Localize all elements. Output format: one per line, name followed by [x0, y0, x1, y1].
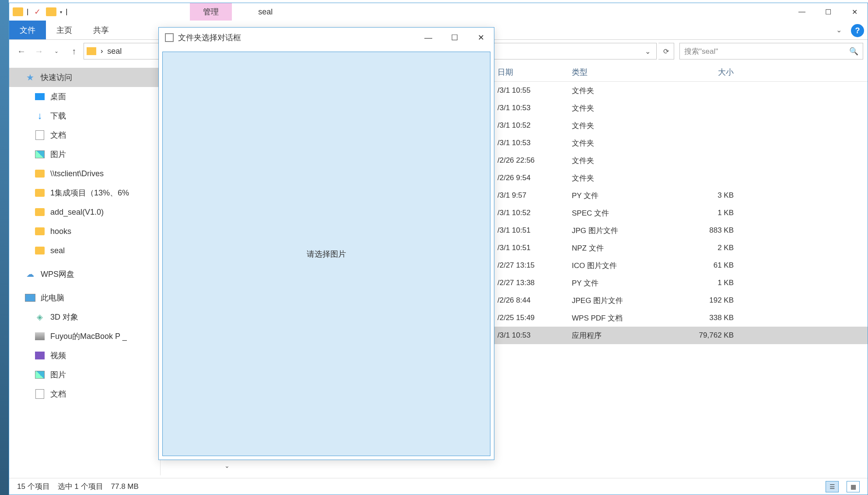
- sidebar-label: 文档: [50, 389, 66, 399]
- folder-icon: [35, 226, 45, 237]
- desktop-icon: [35, 91, 45, 102]
- header-date[interactable]: 日期: [493, 67, 572, 77]
- home-tab[interactable]: 主页: [46, 21, 83, 39]
- file-date: /3/1 10:55: [493, 86, 572, 95]
- check-icon[interactable]: ✓: [32, 7, 42, 17]
- dialog-body[interactable]: 请选择图片: [162, 52, 490, 456]
- sidebar-downloads[interactable]: ↓ 下载: [9, 106, 160, 125]
- file-tab[interactable]: 文件: [9, 21, 46, 39]
- status-bar: 15 个项目 选中 1 个项目 77.8 MB ☰ ▦: [9, 478, 868, 495]
- file-size: 79,762 KB: [672, 331, 742, 340]
- folder-icon: [13, 7, 23, 16]
- sidebar-label: 下载: [50, 111, 66, 121]
- minimize-button[interactable]: —: [789, 3, 815, 21]
- folder-icon: [87, 47, 96, 55]
- desktop-sliver: [0, 0, 9, 495]
- sidebar-seal[interactable]: seal: [9, 241, 160, 260]
- mac-icon: [35, 331, 45, 342]
- file-size: 192 KB: [672, 296, 742, 305]
- sidebar-pictures2[interactable]: 图片: [9, 365, 160, 384]
- manage-tab[interactable]: 管理: [190, 3, 232, 21]
- sidebar-tsclient[interactable]: \\tsclient\Drives: [9, 164, 160, 183]
- cloud-icon: ☁: [25, 269, 35, 279]
- separator: |: [27, 8, 28, 16]
- sidebar-thispc[interactable]: 此电脑: [9, 288, 160, 307]
- file-date: /3/1 10:51: [493, 226, 572, 235]
- maximize-button[interactable]: ☐: [815, 3, 841, 21]
- sidebar-wps[interactable]: ☁ WPS网盘: [9, 265, 160, 284]
- pictures-icon: [35, 370, 45, 380]
- close-button[interactable]: ✕: [841, 3, 868, 21]
- sidebar-label: 视频: [50, 350, 66, 361]
- sidebar-quick-access[interactable]: ★ 快速访问: [9, 68, 160, 87]
- header-size[interactable]: 大小: [672, 67, 742, 77]
- sidebar-label: 此电脑: [41, 293, 64, 303]
- icons-view-button[interactable]: ▦: [847, 481, 860, 492]
- file-type: PY 文件: [572, 191, 672, 201]
- header-type[interactable]: 类型: [572, 67, 672, 77]
- file-date: /3/1 10:52: [493, 121, 572, 130]
- sidebar-mac[interactable]: Fuyou的MacBook P _: [9, 327, 160, 346]
- maximize-button[interactable]: ☐: [441, 28, 468, 48]
- file-date: /3/1 10:53: [493, 139, 572, 147]
- sidebar-documents2[interactable]: 文档: [9, 384, 160, 404]
- sidebar-3d[interactable]: ◈ 3D 对象: [9, 307, 160, 327]
- help-button[interactable]: ?: [851, 24, 864, 37]
- sidebar-project1[interactable]: 1集成项目（13%、6%: [9, 183, 160, 202]
- folder-icon: [35, 168, 45, 179]
- sidebar-addseal[interactable]: add_seal(V1.0): [9, 202, 160, 222]
- back-button[interactable]: ←: [14, 43, 29, 59]
- address-dropdown-icon[interactable]: ⌄: [641, 43, 654, 59]
- search-icon: 🔍: [849, 47, 858, 56]
- file-date: /3/1 10:52: [493, 209, 572, 217]
- status-size: 77.8 MB: [111, 482, 139, 491]
- close-button[interactable]: ✕: [468, 28, 494, 48]
- sidebar-pictures[interactable]: 图片: [9, 145, 160, 164]
- minimize-button[interactable]: —: [415, 28, 441, 48]
- folder-icon: [35, 188, 45, 198]
- file-date: /3/1 10:53: [493, 104, 572, 112]
- file-type: 文件夹: [572, 138, 672, 148]
- titlebar: | ✓ ▾ | 管理 seal — ☐ ✕: [9, 3, 868, 21]
- file-type: 文件夹: [572, 173, 672, 183]
- file-date: /2/27 13:15: [493, 261, 572, 270]
- file-type: 应用程序: [572, 331, 672, 341]
- sidebar-desktop[interactable]: 桌面: [9, 87, 160, 106]
- sidebar-documents[interactable]: 文档: [9, 125, 160, 145]
- star-icon: ★: [25, 72, 35, 83]
- breadcrumb-segment[interactable]: seal: [107, 47, 122, 56]
- pictures-icon: [35, 149, 45, 160]
- refresh-button[interactable]: ⟳: [658, 43, 674, 59]
- collapse-ribbon-icon[interactable]: ⌄: [830, 21, 847, 39]
- recent-dropdown[interactable]: ⌄: [49, 43, 64, 59]
- folder-icon[interactable]: [46, 7, 56, 16]
- forward-button[interactable]: →: [31, 43, 47, 59]
- file-date: /2/25 15:49: [493, 314, 572, 322]
- file-type: ICO 图片文件: [572, 261, 672, 271]
- folder-icon: [35, 245, 45, 256]
- status-item-count: 15 个项目: [17, 481, 50, 492]
- chevron-down-icon[interactable]: ⌄: [224, 462, 230, 469]
- dialog-controls: — ☐ ✕: [415, 28, 494, 48]
- file-date: /2/26 8:44: [493, 296, 572, 305]
- dropdown-icon[interactable]: ▾: [60, 10, 62, 14]
- file-type: 文件夹: [572, 121, 672, 131]
- quick-access-toolbar: | ✓ ▾ |: [9, 7, 67, 17]
- sidebar-label: hooks: [50, 227, 71, 236]
- dialog-titlebar[interactable]: 文件夹选择对话框 — ☐ ✕: [159, 28, 494, 48]
- file-type: JPEG 图片文件: [572, 296, 672, 306]
- search-input[interactable]: 搜索"seal" 🔍: [679, 43, 863, 59]
- folder-select-dialog: 文件夹选择对话框 — ☐ ✕ 请选择图片: [158, 27, 494, 460]
- file-type: 文件夹: [572, 103, 672, 113]
- details-view-button[interactable]: ☰: [826, 481, 839, 492]
- file-type: SPEC 文件: [572, 208, 672, 218]
- sidebar-label: \\tsclient\Drives: [50, 169, 104, 178]
- up-button[interactable]: ↑: [66, 43, 82, 59]
- 3d-icon: ◈: [35, 312, 45, 322]
- sidebar-label: Fuyou的MacBook P _: [50, 331, 127, 342]
- sidebar-hooks[interactable]: hooks: [9, 222, 160, 241]
- app-icon: [165, 33, 174, 42]
- sidebar-video[interactable]: 视频: [9, 346, 160, 365]
- share-tab[interactable]: 共享: [83, 21, 119, 39]
- document-icon: [35, 389, 45, 399]
